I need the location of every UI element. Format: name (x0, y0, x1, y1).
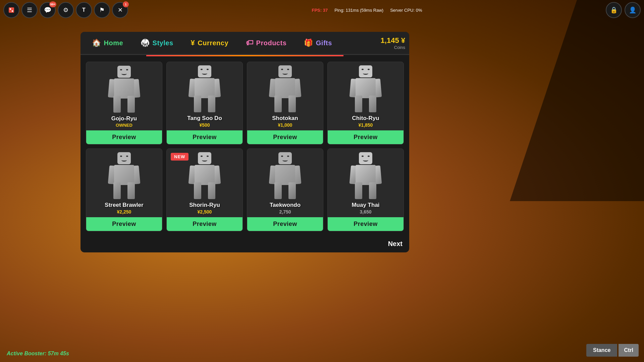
product-card-inner: Shotokan ¥1,000 (247, 62, 323, 130)
tab-home-label: Home (104, 39, 123, 47)
settings-button[interactable]: ⚙ (58, 2, 74, 18)
tab-home[interactable]: 🏠 Home (85, 35, 130, 51)
styles-icon: 🥋 (141, 39, 150, 47)
product-name: Shotokan (272, 115, 298, 122)
character-avatar (265, 152, 305, 199)
home-icon: 🏠 (92, 39, 101, 47)
next-button[interactable]: Next (80, 237, 409, 252)
product-price: OWNED (116, 123, 132, 128)
fps-display: FPS: 37 (312, 8, 328, 13)
character-avatar (345, 152, 386, 199)
product-name: Tang Soo Do (187, 115, 222, 122)
product-name: Gojo-Ryu (111, 115, 137, 122)
character-avatar (104, 66, 144, 113)
product-card: Tang Soo Do ¥500 Preview (166, 62, 243, 144)
topbar-center: FPS: 37 Ping: 131ms (59ms Raw) Server CP… (128, 8, 606, 13)
hamburger-button[interactable]: ☰ (21, 2, 38, 18)
flag-button[interactable]: ⚑ (94, 2, 110, 18)
character-avatar (184, 65, 225, 112)
preview-button[interactable]: Preview (86, 217, 162, 231)
next-label: Next (388, 240, 402, 247)
svg-rect-2 (12, 10, 13, 12)
product-price: ¥500 (199, 122, 210, 128)
nav-tabs: 🏠 Home 🥋 Styles ¥ Currency 🏷 Products 🎁 … (80, 32, 409, 55)
product-card: Street Brawler ¥2,250 Preview (86, 148, 162, 231)
product-name: Chito-Ryu (352, 115, 379, 122)
stance-button[interactable]: Stance (586, 344, 617, 357)
close-button[interactable]: ✕ 1 (112, 2, 128, 18)
chat-button[interactable]: 💬 99+ (40, 2, 56, 18)
main-panel: 🏠 Home 🥋 Styles ¥ Currency 🏷 Products 🎁 … (80, 32, 409, 252)
product-card: Shotokan ¥1,000 Preview (247, 62, 323, 144)
character-avatar (345, 65, 386, 112)
product-card: NEW (166, 148, 243, 231)
product-price: ¥1,850 (359, 122, 373, 128)
tab-styles[interactable]: 🥋 Styles (133, 35, 180, 51)
product-price: ¥1,000 (278, 122, 292, 128)
character-avatar (104, 152, 144, 199)
product-name: Taekwondo (270, 202, 301, 208)
product-card: Gojo-Ryu OWNED Preview (86, 62, 162, 144)
product-card-inner: Tang Soo Do ¥500 (167, 62, 243, 130)
character-avatar (265, 65, 305, 112)
svg-rect-0 (9, 7, 14, 13)
new-badge: NEW (171, 153, 189, 161)
coins-display: 1,145 ¥ Coins (381, 36, 405, 50)
lock-button[interactable]: 🔒 (606, 2, 622, 18)
currency-icon: ¥ (191, 39, 195, 47)
topbar-left: ☰ 💬 99+ ⚙ T ⚑ ✕ 1 (3, 2, 128, 18)
preview-button[interactable]: Preview (167, 217, 243, 231)
tab-gifts[interactable]: 🎁 Gifts (297, 35, 339, 51)
tab-products-label: Products (256, 39, 287, 47)
booster-status: Active Booster: 57m 45s (7, 351, 69, 357)
product-card-inner: Gojo-Ryu OWNED (86, 62, 162, 130)
preview-button[interactable]: Preview (247, 217, 323, 231)
ctrl-button[interactable]: Ctrl (619, 344, 639, 357)
preview-button[interactable]: Preview (167, 130, 243, 144)
product-card: Taekwondo 2,750 Preview (247, 148, 323, 231)
tab-currency-label: Currency (198, 39, 228, 47)
preview-button[interactable]: Preview (247, 130, 323, 144)
preview-button[interactable]: Preview (328, 217, 404, 231)
product-card: Chito-Ryu ¥1,850 Preview (327, 62, 404, 144)
preview-button[interactable]: Preview (86, 130, 162, 144)
product-card: Muay Thai 3,650 Preview (327, 148, 404, 231)
product-card-inner: Taekwondo 2,750 (247, 149, 323, 217)
products-icon: 🏷 (246, 39, 254, 47)
products-grid: Gojo-Ryu OWNED Preview (80, 56, 409, 237)
product-card-inner: Chito-Ryu ¥1,850 (328, 62, 404, 130)
product-name: Street Brawler (105, 202, 143, 208)
tab-products[interactable]: 🏷 Products (238, 35, 294, 51)
tab-gifts-label: Gifts (316, 39, 332, 47)
gifts-icon: 🎁 (304, 39, 313, 47)
product-price: ¥2,500 (198, 209, 212, 215)
tab-currency[interactable]: ¥ Currency (183, 35, 236, 51)
preview-button[interactable]: Preview (328, 130, 404, 144)
character-avatar (184, 152, 225, 199)
topbar: ☰ 💬 99+ ⚙ T ⚑ ✕ 1 FPS: 37 Ping: 131ms (5… (0, 0, 644, 20)
roblox-logo-button[interactable] (3, 2, 19, 18)
ping-display: Ping: 131ms (59ms Raw) (334, 8, 383, 13)
cpu-display: Server CPU: 0% (390, 8, 422, 13)
product-name: Muay Thai (352, 202, 379, 208)
product-card-inner: Muay Thai 3,650 (328, 149, 404, 217)
product-name: Shorin-Ryu (189, 202, 220, 208)
product-price: 3,650 (360, 209, 371, 215)
profile-button[interactable]: 👤 (625, 2, 641, 18)
product-price: ¥2,250 (117, 209, 131, 215)
product-price: 2,750 (279, 209, 291, 215)
svg-rect-1 (10, 8, 11, 10)
close-badge: 1 (123, 1, 129, 7)
chat-badge: 99+ (49, 1, 56, 7)
bottom-right-buttons: Stance Ctrl (586, 344, 639, 357)
coins-amount: 1,145 ¥ (381, 36, 405, 45)
text-button[interactable]: T (76, 2, 92, 18)
coins-label: Coins (394, 45, 405, 50)
topbar-right: 🔒 👤 (606, 2, 641, 18)
tab-styles-label: Styles (153, 39, 173, 47)
product-card-inner: Street Brawler ¥2,250 (86, 149, 162, 217)
